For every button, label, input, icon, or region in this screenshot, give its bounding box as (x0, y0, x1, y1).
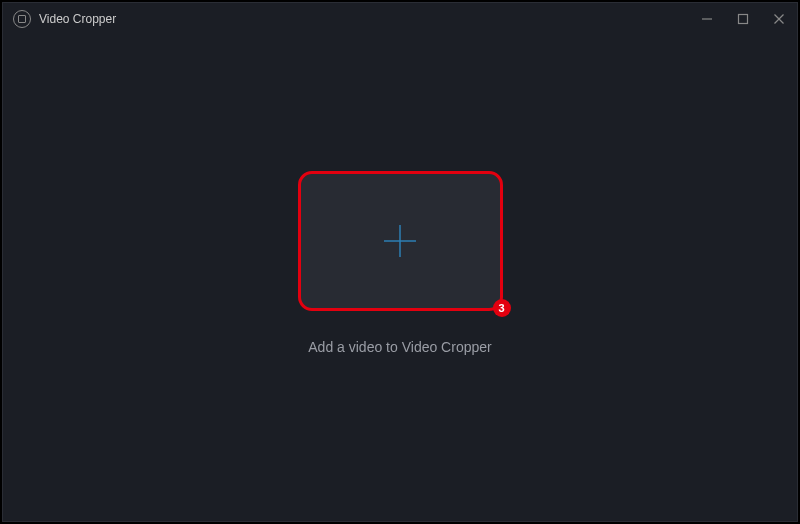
plus-icon (380, 221, 420, 261)
close-button[interactable] (769, 9, 789, 29)
main-content: 3 Add a video to Video Cropper (3, 35, 797, 521)
window-controls (697, 9, 789, 29)
titlebar: Video Cropper (3, 3, 797, 35)
minimize-button[interactable] (697, 9, 717, 29)
instruction-text: Add a video to Video Cropper (308, 339, 491, 355)
app-logo-icon (13, 10, 31, 28)
window-title: Video Cropper (39, 12, 697, 26)
svg-rect-1 (739, 15, 748, 24)
app-window: Video Cropper (2, 2, 798, 522)
step-badge: 3 (493, 299, 511, 317)
add-video-dropzone[interactable] (298, 171, 503, 311)
dropzone-wrapper: 3 (298, 171, 503, 311)
maximize-button[interactable] (733, 9, 753, 29)
